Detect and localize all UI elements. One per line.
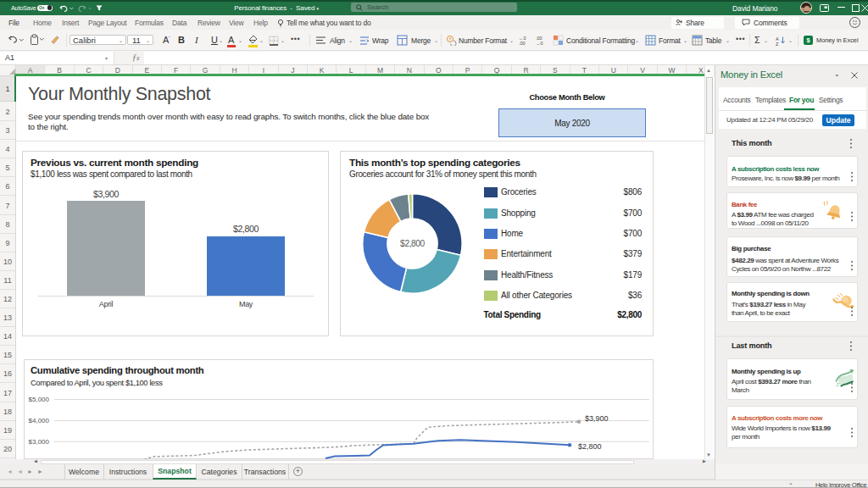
svg-text:$2,800: $2,800 (578, 442, 602, 451)
svg-text:$4,000: $4,000 (29, 417, 50, 424)
svg-text:$5,000: $5,000 (29, 396, 50, 403)
svg-text:$3,000: $3,000 (29, 438, 50, 446)
svg-text:$3,900: $3,900 (585, 414, 609, 423)
svg-text:Z: Z (776, 41, 779, 46)
